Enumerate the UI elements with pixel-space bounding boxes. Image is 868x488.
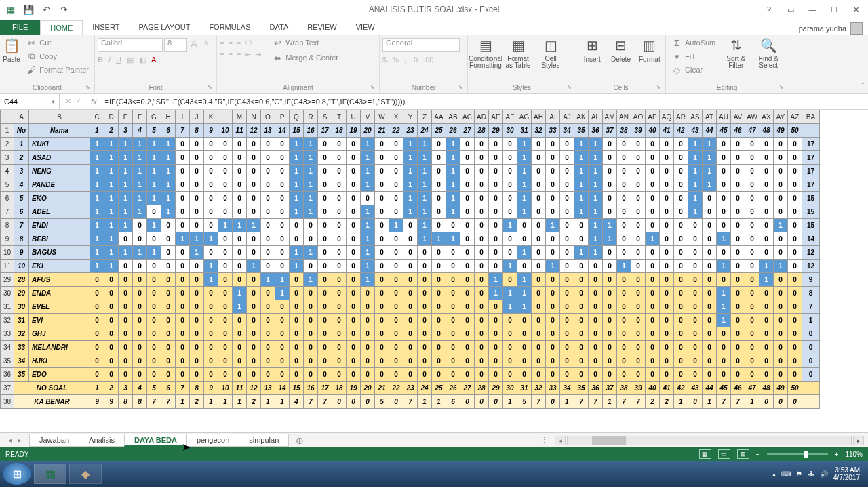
grow-font-icon[interactable]: A [189,38,199,49]
cell[interactable]: 0 [560,354,574,368]
cell[interactable]: 0 [176,287,190,300]
cell[interactable]: 0 [290,287,304,300]
cell[interactable]: 0 [660,192,674,205]
cell[interactable]: 0 [389,341,403,354]
cell[interactable]: 29 [14,287,29,300]
cell[interactable]: 1 [90,124,104,138]
cell[interactable]: 0 [247,165,261,178]
cell[interactable]: 0 [204,165,218,178]
cell[interactable]: 1 [90,219,104,232]
cell[interactable]: 36 [589,124,603,138]
cell[interactable]: 1 [688,205,703,219]
col-header[interactable]: AG [517,110,532,124]
cell[interactable]: 0 [631,327,646,341]
font-name-select[interactable]: Calibri [98,38,163,52]
cell[interactable]: 0 [703,246,717,260]
cell[interactable]: 0 [475,395,489,409]
cell[interactable]: 0 [347,287,361,300]
cell[interactable]: 0 [802,341,820,354]
cell[interactable]: 0 [361,314,375,327]
cell[interactable]: 0 [788,368,802,382]
border-button[interactable]: ▦ [127,56,134,64]
cell[interactable]: 0 [275,151,290,165]
cell[interactable]: 1 [418,395,432,409]
cell[interactable]: 0 [347,260,361,273]
cell[interactable]: 0 [389,151,403,165]
col-header[interactable]: H [161,110,176,124]
cell[interactable]: 0 [304,368,318,382]
cell[interactable]: 0 [617,300,631,314]
align-mid-icon[interactable]: ≡ [228,38,232,46]
align-left-icon[interactable]: ≡ [220,50,224,59]
cell[interactable]: 1 [503,395,517,409]
inc-decimal-icon[interactable]: .0 [412,56,418,64]
col-header[interactable]: Q [290,110,304,124]
cell[interactable]: 40 [646,124,660,138]
cell[interactable]: 1 [147,165,161,178]
cell[interactable]: 0 [460,151,475,165]
cell[interactable]: 0 [233,232,247,246]
col-header[interactable]: F [133,110,147,124]
cell[interactable]: 0 [204,178,218,192]
cell[interactable]: 1 [304,273,318,287]
cell[interactable]: 1 [717,260,731,273]
cell[interactable]: 0 [190,260,204,273]
cell[interactable]: 5 [147,382,161,395]
cell[interactable]: 13 [261,124,275,138]
cell[interactable]: 0 [247,314,261,327]
cell[interactable]: 0 [218,138,233,151]
cell[interactable]: 0 [745,273,760,287]
cell[interactable]: 3 [119,124,133,138]
cell[interactable]: 0 [475,192,489,205]
cell[interactable]: 0 [731,178,745,192]
col-header[interactable]: AI [546,110,560,124]
cell[interactable]: 0 [347,341,361,354]
cell[interactable]: 0 [389,260,403,273]
cell[interactable]: 22 [389,124,403,138]
worksheet[interactable]: ABCDEFGHIJKLMNOPQRSTUVWXYZAAABACADAEAFAG… [0,110,868,432]
cell[interactable]: 0 [375,151,389,165]
taskbar-app[interactable]: ◆ [69,464,102,484]
cell[interactable]: 0 [774,192,788,205]
cell[interactable]: 0 [90,300,104,314]
cell[interactable]: 0 [603,205,617,219]
cell[interactable]: 0 [190,219,204,232]
cell[interactable]: 0 [560,178,574,192]
cell[interactable]: 32 [532,124,546,138]
cell[interactable]: 0 [218,327,233,341]
start-button[interactable]: ⊞ [3,463,31,485]
cell[interactable]: 0 [774,205,788,219]
cell[interactable]: 0 [389,327,403,341]
cell[interactable]: 0 [546,138,560,151]
ribbon-options-icon[interactable]: ▭ [781,3,800,16]
cell[interactable]: HJKI [29,354,90,368]
cell[interactable]: 0 [560,165,574,178]
cell[interactable]: 0 [646,314,660,327]
cell[interactable]: 1 [802,314,820,327]
cell[interactable]: 33 [546,382,560,395]
cell[interactable]: 0 [218,273,233,287]
cell[interactable]: 0 [133,287,147,300]
col-header[interactable]: N [247,110,261,124]
cut-button[interactable]: ✂Cut [23,37,92,49]
cell[interactable]: 45 [717,124,731,138]
cell[interactable]: 0 [674,300,688,314]
cell[interactable]: 1 [688,165,703,178]
cell[interactable]: 0 [560,260,574,273]
cell[interactable]: 1 [517,287,532,300]
cell[interactable]: 49 [774,124,788,138]
cell[interactable]: 0 [788,178,802,192]
cell[interactable]: 16 [304,124,318,138]
cell[interactable]: 1 [90,151,104,165]
cell[interactable]: 0 [304,219,318,232]
cell[interactable]: 0 [347,232,361,246]
cell[interactable]: 0 [176,205,190,219]
cell[interactable]: 1 [688,192,703,205]
cell[interactable]: 1 [218,219,233,232]
col-header[interactable]: AL [589,110,603,124]
cell[interactable]: 22 [389,382,403,395]
cell[interactable]: 0 [233,138,247,151]
cell[interactable]: 0 [375,138,389,151]
cell[interactable]: 0 [432,138,446,151]
cell[interactable]: 0 [190,138,204,151]
